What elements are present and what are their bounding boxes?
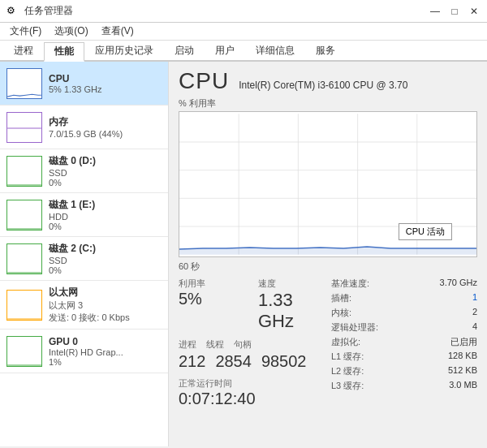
- gpu-sidebar-info: GPU 0 Intel(R) HD Grap... 1%: [49, 336, 162, 367]
- svg-rect-5: [7, 291, 41, 320]
- maximize-button[interactable]: □: [448, 5, 461, 18]
- cores-row: 内核: 2: [331, 307, 477, 319]
- app-icon: ⚙: [6, 5, 19, 18]
- disk0-sidebar-desc2: 0%: [49, 178, 162, 187]
- tab-services[interactable]: 服务: [305, 41, 346, 60]
- chart-label: % 利用率: [179, 97, 477, 110]
- tab-details[interactable]: 详细信息: [245, 41, 305, 60]
- cores-value: 2: [472, 307, 477, 319]
- socket-label: 插槽:: [331, 292, 351, 304]
- ethernet-sidebar-info: 以太网 以太网 3 发送: 0 接收: 0 Kbps: [49, 286, 162, 324]
- handle-value: 98502: [261, 352, 307, 371]
- sidebar-item-cpu[interactable]: CPU 5% 1.33 GHz: [0, 62, 168, 106]
- virtual-row: 虚拟化: 已启用: [331, 336, 477, 348]
- gpu-sidebar-desc1: Intel(R) HD Grap...: [49, 347, 162, 357]
- l2-row: L2 缓存: 512 KB: [331, 365, 477, 377]
- l2-value: 512 KB: [448, 365, 477, 377]
- right-panel: CPU Intel(R) Core(TM) i3-6100 CPU @ 3.70…: [169, 62, 487, 446]
- ethernet-sidebar-name: 以太网: [49, 286, 162, 299]
- l3-value: 3.0 MB: [449, 380, 477, 392]
- ethernet-sidebar-desc2: 发送: 0 接收: 0 Kbps: [49, 312, 162, 324]
- speed-value: 1.33 GHz: [258, 290, 325, 332]
- logical-label: 逻辑处理器:: [331, 321, 378, 334]
- panel-subtitle: Intel(R) Core(TM) i3-6100 CPU @ 3.70: [239, 71, 407, 91]
- l2-label: L2 缓存:: [331, 365, 364, 377]
- svg-rect-4: [7, 244, 41, 274]
- sidebar-item-disk1[interactable]: 磁盘 1 (E:) HDD 0%: [0, 193, 168, 237]
- base-speed-row: 基准速度: 3.70 GHz: [331, 278, 477, 290]
- menu-view[interactable]: 查看(V): [95, 24, 140, 39]
- app-title: 任务管理器: [24, 4, 73, 18]
- tab-bar: 进程 性能 应用历史记录 启动 用户 详细信息 服务: [0, 41, 487, 62]
- memory-thumbnail: [6, 112, 42, 143]
- svg-rect-0: [7, 69, 41, 98]
- sidebar: CPU 5% 1.33 GHz 内存 7.0/15.9 GB (44%): [0, 62, 169, 446]
- base-speed-label: 基准速度:: [331, 278, 369, 290]
- disk1-sidebar-name: 磁盘 1 (E:): [49, 198, 162, 212]
- logical-row: 逻辑处理器: 4: [331, 321, 477, 334]
- svg-rect-3: [7, 200, 41, 230]
- memory-sidebar-name: 内存: [49, 115, 162, 129]
- process-value: 212: [179, 352, 205, 371]
- panel-header: CPU Intel(R) Core(TM) i3-6100 CPU @ 3.70: [179, 68, 477, 94]
- stats-right: 基准速度: 3.70 GHz 插槽: 1 内核: 2 逻辑处理器: 4 虚拟化:: [331, 278, 477, 408]
- disk2-sidebar-name: 磁盘 2 (C:): [49, 242, 162, 256]
- base-speed-value: 3.70 GHz: [440, 278, 477, 290]
- sidebar-item-ethernet[interactable]: 以太网 以太网 3 发送: 0 接收: 0 Kbps: [0, 281, 168, 330]
- panel-title: CPU: [179, 68, 229, 94]
- stats-left: 利用率 5% 速度 1.33 GHz 进程 线程 句柄: [179, 278, 325, 408]
- disk1-sidebar-info: 磁盘 1 (E:) HDD 0%: [49, 198, 162, 231]
- disk2-sidebar-info: 磁盘 2 (C:) SSD 0%: [49, 242, 162, 275]
- cpu-sidebar-name: CPU: [49, 73, 162, 84]
- cpu-chart: CPU 活动: [179, 111, 477, 257]
- thread-value: 2854: [215, 352, 252, 371]
- title-bar: ⚙ 任务管理器 — □ ✕: [0, 0, 487, 23]
- memory-sidebar-info: 内存 7.0/15.9 GB (44%): [49, 115, 162, 139]
- sidebar-item-disk0[interactable]: 磁盘 0 (D:) SSD 0%: [0, 149, 168, 193]
- sidebar-item-gpu[interactable]: GPU 0 Intel(R) HD Grap... 1%: [0, 330, 168, 373]
- socket-value: 1: [472, 292, 477, 304]
- disk0-sidebar-info: 磁盘 0 (D:) SSD 0%: [49, 154, 162, 187]
- menu-file[interactable]: 文件(F): [3, 24, 48, 39]
- util-speed-row: 利用率 5% 速度 1.33 GHz: [179, 278, 325, 332]
- main-content: CPU 5% 1.33 GHz 内存 7.0/15.9 GB (44%): [0, 62, 487, 446]
- disk0-thumbnail: [6, 156, 42, 187]
- l1-value: 128 KB: [448, 351, 477, 363]
- l1-row: L1 缓存: 128 KB: [331, 351, 477, 363]
- sidebar-item-disk2[interactable]: 磁盘 2 (C:) SSD 0%: [0, 237, 168, 281]
- disk1-thumbnail: [6, 200, 42, 230]
- svg-rect-2: [7, 157, 41, 186]
- memory-sidebar-desc: 7.0/15.9 GB (44%): [49, 129, 162, 139]
- handle-label: 句柄: [234, 338, 252, 351]
- cores-label: 内核:: [331, 307, 351, 319]
- virtual-label: 虚拟化:: [331, 336, 360, 348]
- cpu-thumbnail: [6, 68, 42, 99]
- tab-history[interactable]: 应用历史记录: [84, 41, 164, 60]
- menu-options[interactable]: 选项(O): [48, 24, 94, 39]
- socket-row: 插槽: 1: [331, 292, 477, 304]
- utilization-group: 利用率 5%: [179, 278, 245, 332]
- disk0-sidebar-name: 磁盘 0 (D:): [49, 154, 162, 168]
- chart-time-label: 60 秒: [179, 261, 477, 273]
- utilization-value: 5%: [179, 290, 202, 308]
- cpu-sidebar-info: CPU 5% 1.33 GHz: [49, 73, 162, 94]
- thread-label: 线程: [206, 338, 224, 351]
- minimize-button[interactable]: —: [429, 5, 442, 18]
- virtual-value: 已启用: [450, 336, 477, 348]
- gpu-thumbnail: [6, 336, 42, 367]
- speed-group: 速度 1.33 GHz: [258, 278, 325, 332]
- close-button[interactable]: ✕: [468, 5, 481, 18]
- tab-startup[interactable]: 启动: [164, 41, 205, 60]
- gpu-sidebar-desc2: 1%: [49, 357, 162, 367]
- tab-users[interactable]: 用户: [205, 41, 245, 60]
- l3-label: L3 缓存:: [331, 380, 364, 392]
- disk2-thumbnail: [6, 243, 42, 274]
- chart-tooltip: CPU 活动: [399, 223, 452, 240]
- tab-performance[interactable]: 性能: [44, 42, 84, 62]
- menu-bar: 文件(F) 选项(O) 查看(V): [0, 23, 487, 41]
- sidebar-item-memory[interactable]: 内存 7.0/15.9 GB (44%): [0, 106, 168, 149]
- utilization-label: 利用率: [179, 278, 245, 290]
- tab-processes[interactable]: 进程: [3, 41, 44, 60]
- disk0-sidebar-desc1: SSD: [49, 168, 162, 178]
- speed-label: 速度: [258, 278, 325, 290]
